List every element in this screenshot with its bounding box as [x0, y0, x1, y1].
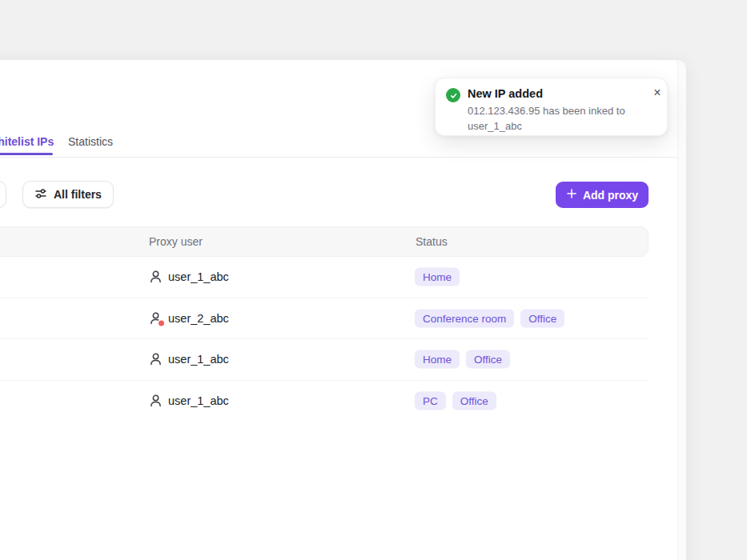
add-proxy-button[interactable]: Add proxy: [556, 182, 649, 208]
user-icon: [149, 353, 163, 366]
tab-statistics[interactable]: Statistics: [68, 135, 113, 148]
close-icon[interactable]: ×: [649, 84, 666, 102]
plus-icon: [566, 188, 577, 202]
status-badge: Home: [415, 350, 460, 369]
toast-notification: New IP added × 012.123.436.95 has been i…: [435, 78, 668, 136]
user-icon: [149, 311, 163, 325]
scrollbar-gutter[interactable]: [677, 60, 686, 560]
status-badge: Home: [415, 268, 460, 286]
status-badge: Office: [452, 392, 496, 410]
tab-whitelist-ips[interactable]: Whitelist IPs: [0, 135, 54, 148]
table-body: user_1_abc Home user_2_abc Conference ro…: [0, 257, 649, 422]
status-dot-icon: [159, 320, 164, 326]
user-icon: [149, 270, 163, 284]
proxy-user-name: user_1_abc: [168, 394, 229, 407]
table-row[interactable]: user_1_abc Home: [0, 257, 649, 298]
user-icon: [149, 394, 163, 408]
table-header: Proxy user Status: [0, 226, 649, 257]
all-filters-button[interactable]: All filters: [22, 181, 114, 208]
tabs-divider: [0, 157, 686, 158]
toast-title: New IP added: [468, 87, 543, 100]
active-tab-underline: [0, 153, 53, 155]
screen: Whitelist IPs Statistics All filters: [0, 0, 747, 560]
status-badges: Home: [415, 268, 460, 286]
proxy-user-name: user_1_abc: [168, 270, 229, 283]
add-proxy-label: Add proxy: [583, 189, 638, 202]
status-badges: Conference room Office: [415, 309, 564, 327]
table-row[interactable]: user_1_abc Home Office: [0, 339, 649, 381]
search-input[interactable]: [0, 181, 6, 208]
status-badges: Home Office: [415, 350, 510, 369]
table-row[interactable]: user_2_abc Conference room Office: [0, 298, 649, 340]
proxy-user-name: user_2_abc: [168, 312, 229, 325]
table-row[interactable]: user_1_abc PC Office: [0, 381, 649, 422]
proxy-user-name: user_1_abc: [168, 353, 229, 366]
status-badge: Conference room: [415, 309, 514, 327]
column-header-status: Status: [416, 235, 448, 248]
column-header-proxy-user: Proxy user: [149, 235, 203, 248]
toast-message: 012.123.436.95 has been inked to user_1_…: [468, 104, 644, 134]
status-badges: PC Office: [415, 392, 496, 410]
status-badge: Office: [520, 309, 564, 327]
success-check-icon: [446, 88, 460, 102]
status-badge: Office: [466, 350, 510, 369]
all-filters-label: All filters: [54, 188, 102, 201]
filter-sliders-icon: [34, 187, 47, 202]
status-badge: PC: [415, 392, 446, 410]
